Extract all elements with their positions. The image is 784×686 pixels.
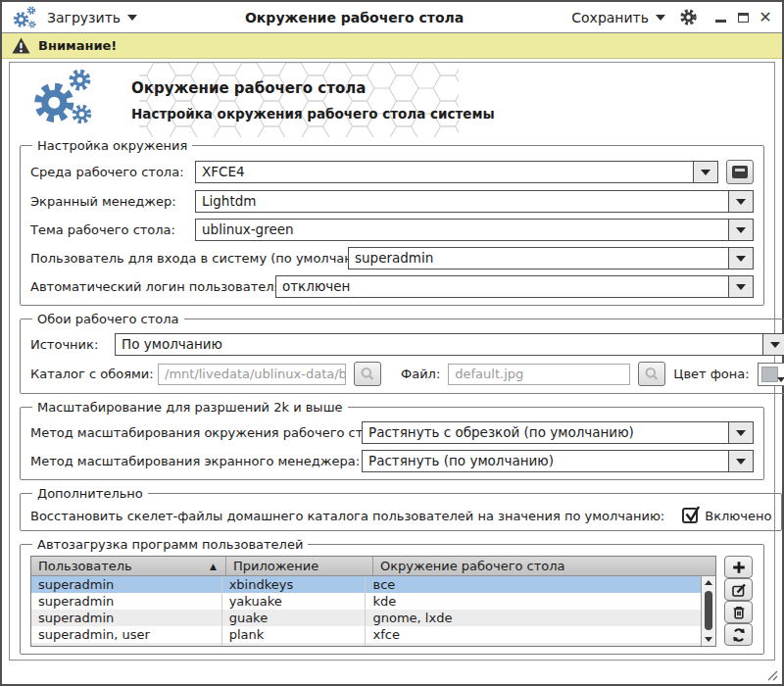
chevron-down-icon — [777, 377, 784, 382]
table-row[interactable]: superadmin yakuake kde — [31, 593, 701, 610]
display-manager-label: Экранный менеджер: — [30, 194, 187, 209]
chevron-down-icon — [736, 227, 746, 233]
bg-color-picker-button[interactable] — [758, 363, 784, 386]
section-environment-legend: Настройка окружения — [32, 138, 192, 153]
resize-grip[interactable] — [766, 669, 778, 681]
theme-value: ublinux-green — [196, 220, 728, 240]
table-row[interactable]: superadmin, user plank xfce — [31, 626, 701, 643]
section-environment: Настройка окружения Среда рабочего стола… — [20, 138, 764, 306]
load-button-label: Загрузить — [47, 10, 121, 25]
maximize-button[interactable] — [736, 11, 750, 24]
autologin-value: отключен — [276, 276, 728, 297]
display-manager-row: Экранный менеджер: Lightdm — [30, 190, 754, 213]
wallpaper-file-label: Файл: — [401, 367, 440, 381]
section-wallpaper-legend: Обои рабочего стола — [32, 312, 184, 326]
section-wallpaper: Обои рабочего стола Источник: По умолчан… — [20, 312, 784, 394]
display-manager-combo[interactable]: Lightdm — [195, 190, 754, 213]
desktop-scaling-row: Метод масштабирования окружения рабочего… — [30, 421, 754, 444]
chevron-down-icon — [127, 15, 137, 21]
wallpaper-dir-browse-button[interactable] — [354, 362, 381, 386]
desktop-scaling-value: Растянуть с обрезкой (по умолчанию) — [363, 422, 728, 443]
add-button[interactable] — [724, 556, 753, 578]
scrollbar-thumb[interactable] — [705, 591, 712, 630]
desktop-scaling-label: Метод масштабирования окружения рабочего… — [30, 425, 354, 440]
skel-restore-label: Восстановить скелет-файлы домашнего ката… — [30, 509, 664, 523]
column-header-desktop-label: Окружение рабочего стола — [380, 559, 565, 573]
status-bar — [2, 662, 782, 684]
column-header-desktop[interactable]: Окружение рабочего стола — [373, 557, 715, 575]
wallpaper-files-row: Каталог с обоями: /mnt/livedata/ublinux-… — [30, 362, 784, 386]
minimize-icon — [715, 20, 726, 23]
combo-arrow-button[interactable] — [728, 248, 753, 269]
wallpaper-dir-input[interactable]: /mnt/livedata/ublinux-data/b — [158, 364, 346, 385]
scrollbar-up-button[interactable] — [702, 576, 715, 589]
combo-arrow-button[interactable] — [728, 451, 753, 471]
desktop-env-row: Среда рабочего стола: XFCE4 — [30, 160, 754, 184]
minimize-button[interactable] — [713, 11, 727, 24]
cell-app: xbindkeys — [222, 576, 367, 593]
search-icon — [644, 367, 660, 382]
desktop-env-combo[interactable]: XFCE4 — [195, 161, 718, 183]
warning-banner: Внимание! — [2, 33, 782, 59]
table-row[interactable]: superadmin xbindkeys все — [31, 576, 701, 593]
combo-arrow-button[interactable] — [762, 334, 784, 355]
autologin-row: Автоматический логин пользователя: отклю… — [30, 275, 754, 298]
column-header-app[interactable]: Приложение — [226, 557, 373, 575]
gear-icon — [679, 8, 698, 26]
combo-arrow-button[interactable] — [693, 162, 717, 182]
load-button[interactable]: Загрузить — [47, 10, 137, 25]
delete-button[interactable] — [724, 601, 753, 623]
desktop-env-label: Среда рабочего стола: — [30, 165, 187, 179]
sort-ascending-icon: ▲ — [210, 562, 219, 571]
cell-desktop: kde — [366, 593, 701, 610]
table-scrollbar[interactable] — [701, 576, 715, 646]
hero-text: Окружение рабочего стола Настройка окруж… — [131, 79, 495, 122]
refresh-button[interactable] — [724, 623, 753, 646]
cell-desktop: все — [366, 576, 701, 593]
theme-label: Тема рабочего стола: — [30, 222, 187, 237]
autologin-label: Автоматический логин пользователя: — [30, 279, 268, 294]
app-logo-gears-icon — [31, 69, 94, 131]
titlebar: Загрузить Окружение рабочего стола Сохра… — [2, 2, 782, 33]
desktop-scaling-combo[interactable]: Растянуть с обрезкой (по умолчанию) — [362, 421, 754, 444]
combo-arrow-button[interactable] — [728, 422, 753, 443]
wallpaper-file-input[interactable]: default.jpg — [448, 364, 630, 385]
combo-arrow-button[interactable] — [728, 276, 753, 297]
combo-arrow-button[interactable] — [728, 191, 753, 212]
section-extra: Дополнительно Восстановить скелет-файлы … — [20, 486, 782, 531]
desktop-env-install-button[interactable] — [726, 160, 754, 184]
wallpaper-file-browse-button[interactable] — [638, 362, 665, 386]
cell-app: plank — [222, 626, 367, 643]
chevron-down-icon — [736, 199, 746, 205]
chevron-down-icon — [701, 170, 710, 175]
edit-button[interactable] — [724, 578, 753, 601]
color-swatch — [761, 367, 778, 382]
display-manager-value: Lightdm — [196, 191, 728, 212]
chevron-down-icon — [736, 430, 746, 436]
app-window: Загрузить Окружение рабочего стола Сохра… — [0, 0, 784, 686]
table-rows: superadmin xbindkeys все superadmin yaku… — [31, 576, 701, 646]
section-extra-legend: Дополнительно — [32, 486, 148, 501]
chevron-down-icon — [736, 284, 746, 290]
save-button[interactable]: Сохранить — [571, 10, 665, 25]
autologin-combo[interactable]: отключен — [275, 275, 754, 298]
combo-arrow-button[interactable] — [728, 220, 753, 240]
table-row[interactable]: superadmin guake gnome, lxde — [31, 610, 701, 626]
cell-app: yakuake — [222, 593, 367, 610]
trash-icon — [731, 605, 747, 620]
chevron-down-icon — [770, 342, 780, 348]
column-header-user[interactable]: Пользователь ▲ — [31, 557, 226, 575]
login-user-combo[interactable]: superadmin — [348, 247, 754, 270]
wallpaper-source-combo[interactable]: По умолчанию — [115, 333, 784, 356]
skel-restore-checkbox[interactable] — [682, 508, 698, 523]
dm-scaling-combo[interactable]: Растянуть (по умолчанию) — [362, 450, 754, 472]
page-title: Окружение рабочего стола — [131, 79, 495, 97]
theme-combo[interactable]: ublinux-green — [195, 219, 754, 241]
chevron-down-icon — [736, 459, 746, 465]
search-icon — [360, 367, 375, 382]
chevron-up-icon — [705, 580, 712, 585]
warning-triangle-icon — [12, 37, 30, 54]
settings-button[interactable] — [679, 8, 698, 26]
scrollbar-down-button[interactable] — [702, 633, 715, 646]
close-button[interactable]: ✕ — [759, 11, 772, 24]
